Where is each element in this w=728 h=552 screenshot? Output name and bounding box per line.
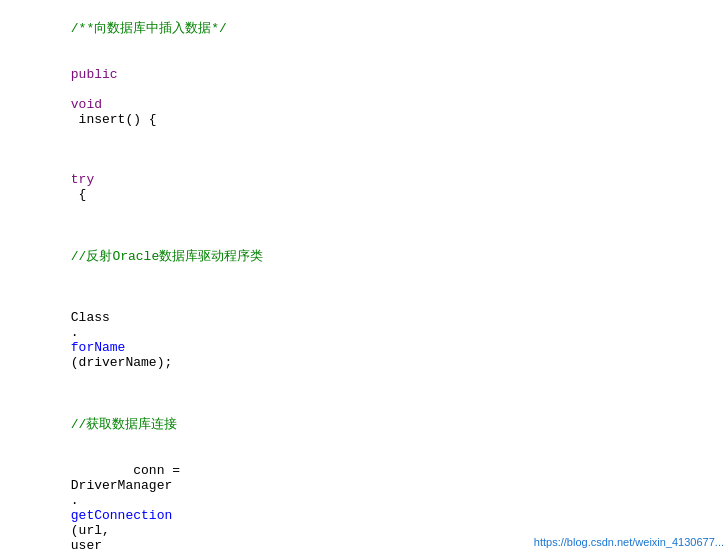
comment-6: //获取数据库连接 [71,417,178,432]
code-line-5: Class . forName (driverName); [0,280,728,385]
code-line-6: //获取数据库连接 [0,385,728,448]
paren5: (driverName); [71,355,172,370]
code-line-2: public void insert() { [0,52,728,142]
code-line-1: /**向数据库中插入数据*/ [0,4,728,52]
args7: (url, [71,523,118,538]
code-editor: /**向数据库中插入数据*/ public void insert() { tr… [0,0,728,552]
method-insert: insert() { [71,112,157,127]
comment-4: //反射Oracle数据库驱动程序类 [71,249,263,264]
line-content-6: //获取数据库连接 [20,385,726,448]
kw-void: void [71,97,102,112]
try-brace: { [71,187,87,202]
method-getconn: getConnection [71,508,172,523]
indent7: conn = [71,463,188,478]
indent-try [71,157,102,172]
indent6 [71,400,133,415]
class-name: Class [71,310,110,325]
code-line-4: //反射Oracle数据库驱动程序类 [0,217,728,280]
dot5: . [71,325,79,340]
kw-public: public [71,67,118,82]
indent4 [71,232,133,247]
line-content-3: try { [20,142,726,217]
sp [71,82,79,97]
class-driver: DriverManager [71,478,172,493]
line-content-2: public void insert() { [20,52,726,142]
dot7: . [71,493,79,508]
code-line-3: try { [0,142,728,217]
line-content-1: /**向数据库中插入数据*/ [20,4,726,52]
watermark-link: https://blog.csdn.net/weixin_4130677... [534,536,724,548]
user-arg: user [71,538,102,552]
kw-try: try [71,172,94,187]
line-content-5: Class . forName (driverName); [20,280,726,385]
method-forname: forName [71,340,126,355]
comment-span: /**向数据库中插入数据*/ [71,21,227,36]
indent5 [71,295,133,310]
line-content-4: //反射Oracle数据库驱动程序类 [20,217,726,280]
